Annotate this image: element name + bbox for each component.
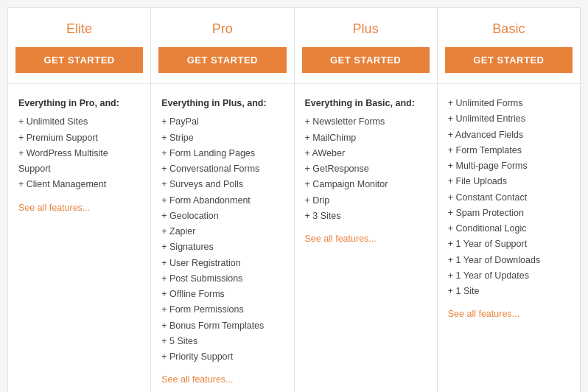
feature-item-pro-12: + Form Permissions [161,302,283,318]
feature-item-basic-8: + Conditional Logic [448,221,570,237]
feature-item-elite-1: + Premium Support [18,130,140,146]
feature-item-pro-6: + Geolocation [161,209,283,224]
plan-intro-plus: Everything in Basic, and: [305,96,427,111]
feature-item-plus-4: + Campaign Monitor [305,177,427,192]
feature-item-pro-14: + 5 Sites [161,334,283,349]
feature-item-elite-3: + Client Management [18,177,140,192]
feature-item-pro-1: + Stripe [161,130,283,146]
feature-item-pro-7: + Zapier [161,224,283,239]
get-started-button-elite[interactable]: GET STARTED [15,47,143,73]
plan-col-basic: BasicGET STARTED+ Unlimited Forms+ Unlim… [438,8,580,392]
feature-item-basic-5: + File Uploads [448,174,570,189]
plan-header-plus: PlusGET STARTED [295,8,437,84]
plan-col-plus: PlusGET STARTEDEverything in Basic, and:… [295,8,438,392]
feature-item-pro-13: + Bonus Form Templates [161,318,283,334]
get-started-button-basic[interactable]: GET STARTED [445,47,573,73]
plan-features-basic: + Unlimited Forms+ Unlimited Entries+ Ad… [438,84,580,333]
see-all-link-pro[interactable]: See all features... [161,372,233,388]
feature-item-plus-5: + Drip [305,193,427,209]
plan-title-elite: Elite [15,21,143,37]
feature-item-plus-0: + Newsletter Forms [305,114,427,130]
feature-item-pro-0: + PayPal [161,114,283,130]
feature-item-pro-5: + Form Abandonment [161,193,283,209]
feature-item-basic-9: + 1 Year of Support [448,237,570,252]
feature-item-pro-9: + User Registration [161,256,283,271]
feature-item-basic-0: + Unlimited Forms [448,96,570,111]
feature-item-pro-2: + Form Landing Pages [161,146,283,161]
get-started-button-pro[interactable]: GET STARTED [158,47,286,73]
feature-item-pro-11: + Offline Forms [161,287,283,302]
feature-item-basic-4: + Multi-page Forms [448,158,570,174]
plan-col-elite: EliteGET STARTEDEverything in Pro, and:+… [8,8,151,392]
feature-item-elite-2: + WordPress Multisite Support [18,146,140,178]
feature-item-plus-3: + GetResponse [305,161,427,177]
feature-item-pro-8: + Signatures [161,239,283,255]
plan-features-elite: Everything in Pro, and:+ Unlimited Sites… [8,84,150,226]
feature-item-plus-6: + 3 Sites [305,209,427,224]
plan-features-plus: Everything in Basic, and:+ Newsletter Fo… [295,84,437,257]
get-started-button-plus[interactable]: GET STARTED [302,47,430,73]
plan-title-pro: Pro [158,21,286,37]
pricing-table: EliteGET STARTEDEverything in Pro, and:+… [7,7,581,392]
feature-item-pro-3: + Conversational Forms [161,161,283,177]
feature-item-plus-2: + AWeber [305,146,427,161]
feature-item-pro-4: + Surveys and Polls [161,177,283,192]
feature-item-basic-11: + 1 Year of Updates [448,268,570,284]
plan-header-pro: ProGET STARTED [151,8,293,84]
feature-item-basic-12: + 1 Site [448,284,570,299]
plan-title-plus: Plus [302,21,430,37]
feature-item-basic-10: + 1 Year of Downloads [448,253,570,268]
plan-intro-pro: Everything in Plus, and: [161,96,283,111]
feature-item-basic-2: + Advanced Fields [448,127,570,143]
feature-item-pro-15: + Priority Support [161,349,283,365]
feature-item-elite-0: + Unlimited Sites [18,114,140,130]
plan-intro-elite: Everything in Pro, and: [18,96,140,111]
feature-item-basic-3: + Form Templates [448,143,570,158]
feature-item-pro-10: + Post Submissions [161,271,283,287]
plan-header-elite: EliteGET STARTED [8,8,150,84]
plan-col-pro: ProGET STARTEDEverything in Plus, and:+ … [151,8,294,392]
see-all-link-elite[interactable]: See all features... [18,200,90,216]
see-all-link-plus[interactable]: See all features... [305,231,377,247]
plan-title-basic: Basic [445,21,573,37]
feature-item-basic-6: + Constant Contact [448,190,570,206]
feature-item-plus-1: + MailChimp [305,130,427,146]
feature-item-basic-1: + Unlimited Entries [448,111,570,127]
plan-header-basic: BasicGET STARTED [438,8,580,84]
feature-item-basic-7: + Spam Protection [448,206,570,221]
plan-features-pro: Everything in Plus, and:+ PayPal+ Stripe… [151,84,293,392]
see-all-link-basic[interactable]: See all features... [448,307,519,322]
